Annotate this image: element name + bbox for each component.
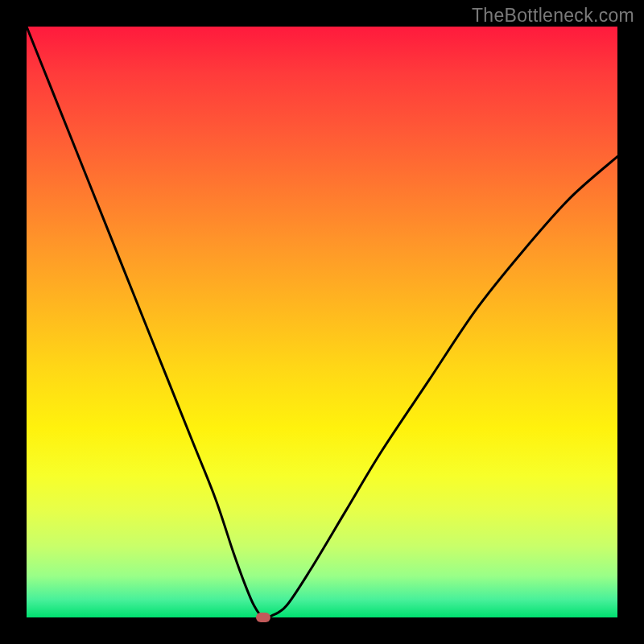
plot-area [27,27,617,617]
minimum-marker [256,613,270,622]
watermark-text: TheBottleneck.com [472,5,634,27]
chart-frame: TheBottleneck.com [0,0,644,644]
